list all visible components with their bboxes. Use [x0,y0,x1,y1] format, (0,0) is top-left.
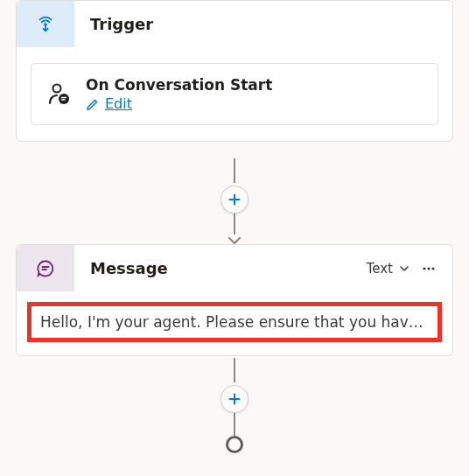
trigger-node[interactable]: Trigger On Conversation Start [16,0,453,142]
person-chat-icon [46,81,72,108]
message-title: Message [90,259,367,277]
svg-point-11 [427,267,430,270]
trigger-body: On Conversation Start Edit [17,47,452,141]
add-node-button[interactable] [220,385,248,413]
svg-point-12 [431,267,434,270]
plus-icon [228,192,242,206]
message-type-label: Text [367,261,393,276]
chevron-down-icon [398,262,410,275]
pencil-icon [86,97,100,111]
message-text-highlight[interactable]: Hello, I'm your agent. Please ensure tha… [27,302,442,342]
connector-line [234,413,235,436]
message-body: Hello, I'm your agent. Please ensure tha… [17,291,452,355]
connector-line [234,358,235,382]
message-header-controls: Text [367,261,452,276]
trigger-icon-box [17,1,74,47]
more-menu-button[interactable] [421,261,437,276]
end-node[interactable] [226,436,243,453]
trigger-action-card[interactable]: On Conversation Start Edit [31,63,438,125]
connector-line [234,214,235,234]
trigger-title: Trigger [90,15,452,33]
trigger-action-text: On Conversation Start Edit [86,76,272,112]
message-header: Message Text [17,245,452,291]
connector-line [234,158,235,183]
broadcast-icon [35,14,56,35]
svg-point-3 [59,94,69,104]
message-node[interactable]: Message Text Hello, I'm your [16,244,453,356]
edit-link-label: Edit [105,95,132,112]
chat-bubble-icon [35,258,56,279]
trigger-action-title: On Conversation Start [86,76,272,94]
edit-link[interactable]: Edit [86,95,272,112]
trigger-header: Trigger [17,1,452,47]
message-icon-box [17,245,74,291]
add-node-button[interactable] [220,186,248,214]
more-horizontal-icon [421,261,437,276]
plus-icon [228,392,242,406]
svg-point-10 [423,267,425,270]
flow-canvas: Trigger On Conversation Start [0,0,469,476]
message-type-dropdown[interactable]: Text [367,261,410,276]
svg-point-2 [53,84,61,92]
